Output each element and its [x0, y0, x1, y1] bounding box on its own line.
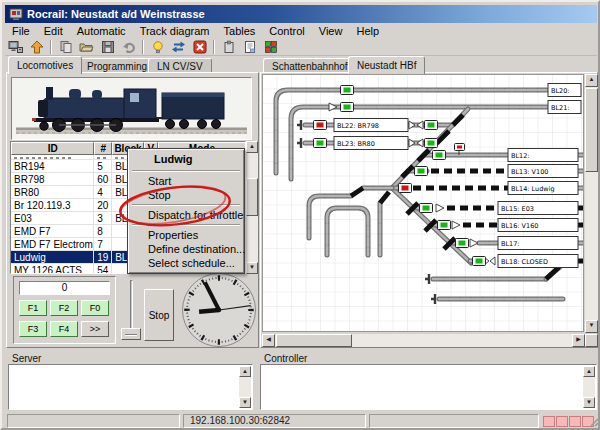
clipboard-button[interactable] — [218, 38, 239, 55]
signal-bl20[interactable] — [341, 86, 354, 95]
scroll-up-button[interactable]: ▲ — [583, 366, 595, 377]
scroll-down-button[interactable]: ▼ — [583, 397, 595, 408]
cell-id[interactable]: EMD F7 Electromotive — [11, 238, 94, 250]
scroll-thumb[interactable] — [246, 178, 258, 216]
block-label-bl12[interactable]: BL12: — [511, 152, 530, 160]
speed-slider-handle[interactable] — [121, 328, 141, 340]
block-label-bl18[interactable]: BL18: CLOSED — [501, 258, 548, 266]
f1-button[interactable]: F1 — [19, 300, 47, 316]
header-num[interactable]: # — [94, 142, 112, 155]
undo-button[interactable] — [118, 38, 139, 55]
scroll-left-button[interactable]: ◀ — [262, 334, 275, 347]
open-button[interactable] — [76, 38, 97, 55]
title-bar[interactable]: Rocrail: Neustadt a/d Weinstrasse — [5, 5, 597, 23]
cell-num[interactable]: 3 — [94, 212, 112, 224]
signal-bl21[interactable] — [341, 103, 354, 112]
tab-neustadt-hbf[interactable]: Neustadt HBf — [348, 56, 425, 74]
save-button[interactable] — [97, 38, 118, 55]
controller-log[interactable]: ▲ ▼ — [260, 364, 597, 410]
more-functions-button[interactable]: >> — [81, 321, 109, 337]
server-log[interactable]: ▲ ▼ — [8, 364, 253, 410]
f4-button[interactable]: F4 — [50, 321, 78, 337]
signal-bl23-exit[interactable] — [425, 139, 438, 148]
menu-item-stop[interactable]: Stop — [130, 188, 242, 202]
menu-item-view[interactable]: View — [312, 24, 350, 38]
signal-bl17[interactable] — [456, 239, 469, 248]
scroll-up-button[interactable]: ▲ — [246, 141, 258, 153]
menu-item-select-schedule[interactable]: Select schedule... — [130, 256, 242, 270]
block-label-bl22[interactable]: BL22: BR798 — [337, 122, 379, 130]
block-label-bl14[interactable]: BL14: Ludwig — [511, 185, 555, 193]
menu-item-help[interactable]: Help — [349, 24, 386, 38]
connect-button[interactable] — [5, 38, 26, 55]
signal-bl14[interactable] — [399, 184, 412, 193]
menu-item-define-destination[interactable]: Define destination... — [130, 242, 242, 256]
controller-log-scrollbar[interactable]: ▲ ▼ — [583, 366, 595, 408]
power-button[interactable] — [26, 38, 47, 55]
cell-num[interactable]: 4 — [94, 186, 112, 198]
signal-bl12[interactable] — [433, 151, 446, 160]
cell-num[interactable]: 7 — [94, 238, 112, 250]
block-label-bl16[interactable]: BL16: V160 — [501, 222, 538, 230]
signal-bl22-exit[interactable] — [425, 121, 438, 130]
copy-button[interactable] — [55, 38, 76, 55]
track-diagram-viewport[interactable]: BL20: BL21: BL22: BR798 BL23: BR80 BL12:… — [262, 74, 584, 332]
diagram-vscrollbar[interactable]: ▲ ▼ — [585, 74, 598, 333]
lamp-button[interactable] — [147, 38, 168, 55]
cell-num[interactable]: 60 — [94, 173, 112, 185]
cell-num[interactable]: 19 — [94, 251, 112, 263]
block-label-bl21[interactable]: BL21: — [551, 104, 570, 112]
scroll-up-button[interactable]: ▲ — [239, 366, 251, 377]
signal-bl23-entry[interactable] — [314, 139, 327, 148]
cell-num[interactable]: 5 — [94, 160, 112, 172]
signal-bl16[interactable] — [438, 221, 451, 230]
scroll-down-button[interactable]: ▼ — [585, 320, 598, 333]
menu-item-track-diagram[interactable]: Track diagram — [133, 24, 217, 38]
tab-locomotives[interactable]: Locomotives — [8, 56, 82, 74]
menu-item-dispatch-for-throttle[interactable]: Dispatch for throttle — [130, 208, 242, 222]
cell-id[interactable]: BR798 — [11, 173, 94, 185]
cell-id[interactable]: Ludwig — [11, 251, 94, 263]
signal-bl18[interactable] — [473, 257, 486, 266]
cell-id[interactable]: MY 1126 ACTS — [11, 264, 94, 274]
menu-item-edit[interactable]: Edit — [37, 24, 70, 38]
cell-num[interactable]: 8 — [94, 225, 112, 237]
f3-button[interactable]: F3 — [19, 321, 47, 337]
menu-item-properties[interactable]: Properties — [130, 228, 242, 242]
cell-num[interactable]: 20 — [94, 199, 112, 211]
cell-id[interactable]: BR194 — [11, 160, 94, 172]
swap-button[interactable] — [168, 38, 189, 55]
speed-display[interactable]: 0 — [19, 281, 110, 295]
cell-id[interactable]: E03 — [11, 212, 94, 224]
menu-item-start[interactable]: Start — [130, 174, 242, 188]
emergency-stop-button[interactable] — [189, 38, 210, 55]
scroll-thumb[interactable] — [585, 88, 598, 172]
menu-item-tables[interactable]: Tables — [217, 24, 263, 38]
cell-id[interactable]: BR80 — [11, 186, 94, 198]
block-label-bl17[interactable]: BL17: — [501, 240, 520, 248]
track-diagram[interactable]: BL20: BL21: BL22: BR798 BL23: BR80 BL12:… — [263, 75, 584, 332]
diagram-hscrollbar[interactable]: ◀ ▶ — [262, 334, 585, 347]
block-label-bl23[interactable]: BL23: BR80 — [337, 140, 375, 148]
stop-button[interactable]: Stop — [144, 289, 174, 341]
block-label-bl20[interactable]: BL20: — [551, 87, 570, 95]
block-label-bl15[interactable]: BL15: E03 — [501, 205, 534, 213]
menu-item-file[interactable]: File — [5, 24, 37, 38]
cell-id[interactable]: Br 120.119.3 — [11, 199, 94, 211]
table-scrollbar[interactable]: ▲ ▼ — [246, 141, 258, 274]
block-label-bl13[interactable]: BL13: V100 — [511, 168, 548, 176]
signal-bl15[interactable] — [420, 204, 433, 213]
scroll-up-button[interactable]: ▲ — [585, 74, 598, 87]
signal-bl13[interactable] — [415, 167, 428, 176]
f0-button[interactable]: F0 — [81, 300, 109, 316]
menu-item-control[interactable]: Control — [262, 24, 311, 38]
cell-num[interactable]: 54 — [94, 264, 112, 274]
server-log-scrollbar[interactable]: ▲ ▼ — [239, 366, 251, 408]
layout-grid-button[interactable] — [260, 38, 281, 55]
cell-id[interactable]: EMD F7 — [11, 225, 94, 237]
scroll-down-button[interactable]: ▼ — [239, 397, 251, 408]
signal-bl22-entry[interactable] — [314, 121, 327, 130]
f2-button[interactable]: F2 — [50, 300, 78, 316]
scroll-thumb[interactable] — [276, 334, 352, 347]
menu-item-automatic[interactable]: Automatic — [70, 24, 133, 38]
